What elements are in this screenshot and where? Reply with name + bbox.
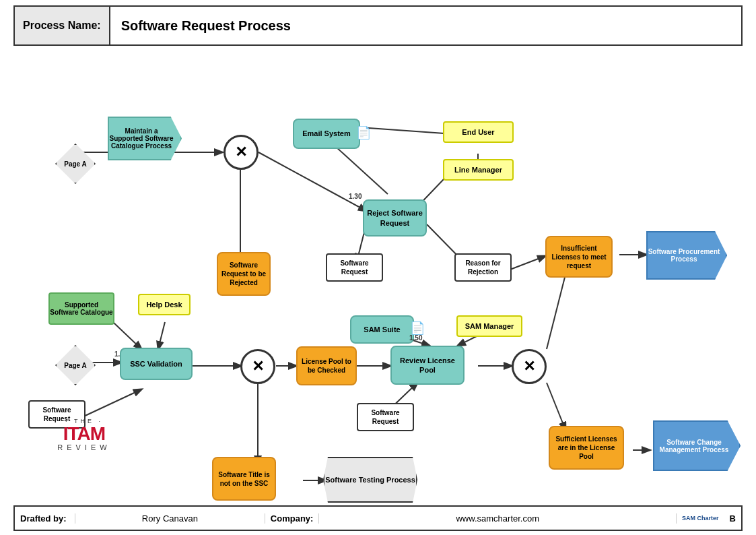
gateway-1: ✕ [224, 135, 259, 170]
sufficient-licenses: Sufficient Licenses are in the License P… [549, 426, 624, 470]
line-manager: Line Manager [443, 159, 514, 181]
software-request-doc-2: Software Request [357, 403, 414, 431]
header-title: Software Request Process [110, 18, 302, 34]
svg-line-19 [547, 383, 565, 430]
page-a-top: Page A [53, 144, 98, 184]
software-procurement: Software Procurement Process [646, 231, 727, 280]
samcharter-logo: SAM Charter [682, 515, 719, 522]
itam-logo: · THE · ITAM REVIEW [34, 408, 135, 462]
reject-software-request: Reject Software Request [363, 199, 427, 237]
diagram-area: Maintain a Supported Software Catalogue … [13, 53, 743, 499]
itam-review-text: REVIEW [57, 443, 110, 451]
ssc-validation: SSC Validation [120, 348, 193, 380]
footer-logo: SAM Charter [677, 515, 724, 522]
software-change-management: Software Change Management Process [653, 420, 741, 471]
license-pool-to-be-checked: License Pool to be Checked [296, 346, 357, 385]
software-request-to-be-rejected: Software Request to be Rejected [217, 252, 271, 296]
help-desk: Help Desk [138, 294, 191, 315]
sam-suite: SAM Suite 📄 [350, 315, 414, 344]
footer-drafted-label: Drafted by: [15, 513, 75, 524]
footer-revision: B [724, 513, 741, 524]
page-wrapper: Process Name: Software Request Process D… [0, 0, 756, 535]
svg-line-3 [259, 152, 366, 211]
sam-manager: SAM Manager [456, 315, 522, 337]
software-title-not-on-ssc: Software Title is not on the SSC [212, 457, 276, 501]
itam-main-text: ITAM [63, 424, 105, 443]
maintain-process: Maintain a Supported Software Catalogue … [108, 117, 182, 160]
footer-url: www.samcharter.com [319, 513, 677, 524]
header: Process Name: Software Request Process [13, 5, 743, 46]
software-request-doc-1: Software Request [326, 253, 383, 282]
footer: Drafted by: Rory Canavan Company: www.sa… [13, 505, 743, 531]
step-130-label: 1.30 [349, 193, 362, 200]
gateway-2: ✕ [240, 349, 275, 384]
footer-author: Rory Canavan [75, 513, 265, 524]
header-label: Process Name: [15, 7, 110, 44]
step-150-label: 1.50 [409, 334, 422, 342]
insufficient-licenses: Insufficient Licenses to meet request [545, 236, 613, 278]
page-a-bottom: Page A [53, 345, 98, 385]
email-system: Email System 📄 [293, 119, 360, 149]
review-license-pool: Review License Pool [390, 346, 465, 385]
footer-company-label: Company: [265, 513, 320, 524]
reason-for-rejection: Reason for Rejection [454, 253, 512, 282]
svg-line-26 [158, 322, 165, 349]
end-user: End User [443, 121, 514, 143]
supported-software-catalogue: Supported Software Catalogue [48, 292, 114, 325]
gateway-3: ✕ [512, 349, 547, 384]
software-testing-process: Software Testing Process [323, 457, 417, 503]
